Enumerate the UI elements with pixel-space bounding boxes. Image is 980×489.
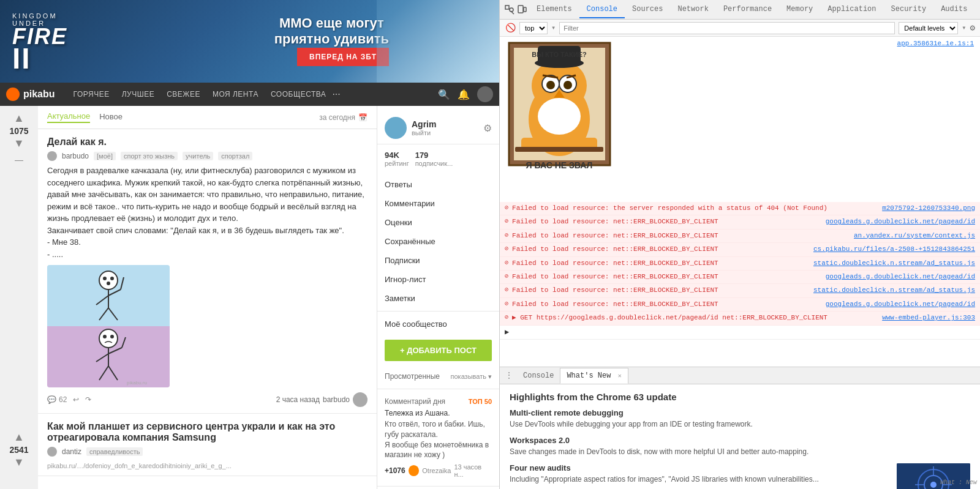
error-link-4[interactable]: static.doubleclick.n.stream/ad_status.js <box>813 259 975 268</box>
settings-icon[interactable]: ⚙ <box>483 122 492 134</box>
post-1-tag-3[interactable]: спортзал <box>218 152 252 160</box>
sidebar-comments[interactable]: Комментарии <box>377 194 499 213</box>
sidebar-my-community[interactable]: Моё сообщество <box>377 315 499 334</box>
error-text-4: Failed to load resource: net::ERR_BLOCKE… <box>512 259 807 268</box>
source-link[interactable]: app.358631e…1e.1s:1 <box>897 40 974 47</box>
error-link-6[interactable]: static.doubleclick.n.stream/ad_status.js <box>813 286 975 295</box>
svg-point-14 <box>110 335 114 338</box>
bottom-dots-icon[interactable]: ⋮ <box>505 370 513 381</box>
bottom-tab-whatsnew[interactable]: What's New ✕ <box>560 368 628 384</box>
post-1-tag-1[interactable]: спорт это жызнь <box>121 152 178 160</box>
tab-audits[interactable]: Audits <box>933 1 974 18</box>
device-icon[interactable] <box>517 2 527 17</box>
sidebar-my-discussions[interactable]: Мои обсуждения <box>377 486 499 489</box>
post-2-author[interactable]: dantiz <box>62 447 81 456</box>
error-text-2: Failed to load resource: net::ERR_BLOCKE… <box>512 231 848 241</box>
search-icon[interactable]: 🔍 <box>438 89 450 100</box>
sidebar-username: Agrim <box>412 119 436 129</box>
filter-input[interactable] <box>559 22 895 34</box>
nav-more[interactable]: ··· <box>332 89 340 100</box>
context-arrow-icon[interactable]: ▾ <box>551 23 556 32</box>
level-arrow-icon[interactable]: ▾ <box>962 23 966 32</box>
error-link-1[interactable]: googleads.g.doubleclick.net/pagead/id <box>826 217 975 226</box>
repost-action-1[interactable]: ↩ <box>73 395 79 404</box>
comment-author[interactable]: Otrezaika <box>422 467 451 474</box>
comment-preview-title[interactable]: Тележка из Ашана. <box>385 409 492 417</box>
error-link-8[interactable]: www-embed-player.js:303 <box>882 313 975 323</box>
error-link-7[interactable]: googleads.g.doubleclick.net/pagead/id <box>826 300 975 309</box>
tab-elements[interactable]: Elements <box>529 1 579 18</box>
tab-memory[interactable]: Memory <box>779 1 820 18</box>
show-viewed-button[interactable]: показывать ▾ <box>451 373 492 381</box>
comment-time: 13 часов н... <box>454 463 492 478</box>
post-1-author-icon <box>47 151 57 161</box>
nav-item-best[interactable]: ЛУЧШЕЕ <box>122 90 155 99</box>
close-whatsnew-icon[interactable]: ✕ <box>618 373 622 379</box>
sidebar-ratings[interactable]: Оценки <box>377 213 499 232</box>
update-title-1: Workspaces 2.0 <box>510 436 970 445</box>
tab-sources[interactable]: Sources <box>625 1 670 18</box>
console-gear-icon[interactable]: ⚙ <box>970 23 975 33</box>
nav-item-communities[interactable]: СООБЩЕСТВА <box>271 90 326 99</box>
comment-action-1[interactable]: 💬 62 <box>47 395 67 404</box>
ad-cta-button[interactable]: ВПЕРЕД НА ЗБТ <box>297 48 389 66</box>
console-input[interactable] <box>509 327 975 335</box>
inspect-icon[interactable] <box>505 2 514 17</box>
nav-item-fresh[interactable]: СВЕЖЕЕ <box>167 90 200 99</box>
error-link-2[interactable]: an.yandex.ru/system/context.js <box>854 231 975 241</box>
post-1-mini-avatar <box>353 392 368 407</box>
level-select[interactable]: Default levels <box>899 22 958 34</box>
top50-badge[interactable]: ТОП 50 <box>469 398 492 405</box>
sidebar-ignorelist[interactable]: Игнор-лист <box>377 270 499 289</box>
svg-text:Я ВАС НЕ ЗВАЛ: Я ВАС НЕ ЗВАЛ <box>526 160 593 170</box>
post-2-tag-0[interactable]: справедливость <box>86 447 143 456</box>
vote-up-2[interactable]: ▲ <box>13 431 24 444</box>
notifications-icon[interactable]: 🔔 <box>458 89 470 100</box>
error-link-3[interactable]: cs.pikabu.ru/files/a-2508-+1512843864251 <box>813 245 975 254</box>
vote-down-1[interactable]: ▼ <box>13 137 24 150</box>
vote-down-2[interactable]: ▼ <box>13 456 24 469</box>
tab-actual[interactable]: Актуальное <box>47 111 90 123</box>
error-line-5: ⊘ Failed to load resource: net::ERR_BLOC… <box>500 271 980 284</box>
update-text-1: Workspaces 2.0 Save changes made in DevT… <box>510 436 970 457</box>
whats-new-title: Highlights from the Chrome 63 update <box>510 392 970 402</box>
context-select[interactable]: top <box>519 22 548 34</box>
sidebar-saved[interactable]: Сохранённые <box>377 232 499 251</box>
feed-date[interactable]: за сегодня 📅 <box>319 113 368 122</box>
post-1-title[interactable]: Делай как я. <box>47 136 368 147</box>
comment-score: +1076 <box>385 466 405 475</box>
vote-sidebar: ▲ 1075 ▼ — ▲ 2541 ▼ <box>0 106 38 489</box>
share-action-1[interactable]: ↷ <box>85 395 91 404</box>
sidebar-answers[interactable]: Ответы <box>377 175 499 194</box>
post-1-author[interactable]: barbudo <box>62 152 89 160</box>
error-link-0[interactable]: m2075792-1260753340.png <box>882 204 975 213</box>
sidebar-logout[interactable]: выйти <box>412 129 436 136</box>
error-link-5[interactable]: googleads.g.doubleclick.net/pagead/id <box>826 272 975 282</box>
tab-application[interactable]: Application <box>820 1 883 18</box>
pikabu-logo[interactable]: pikabu <box>6 88 55 101</box>
sidebar-subscriptions[interactable]: Подписки <box>377 251 499 270</box>
error-text-1: Failed to load resource: net::ERR_BLOCKE… <box>512 217 820 226</box>
tab-security[interactable]: Security <box>884 1 934 18</box>
vote-up-1[interactable]: ▲ <box>13 112 24 125</box>
bookmark-1[interactable]: — <box>15 155 23 165</box>
clear-console-button[interactable]: 🚫 <box>505 23 516 34</box>
tab-console[interactable]: Console <box>579 1 625 18</box>
ad-banner: KINGDOM UNDER FIRE II МMO еще могутприят… <box>0 0 499 83</box>
nav-item-hot[interactable]: ГОРЯЧЕЕ <box>74 90 110 99</box>
tab-new[interactable]: Новое <box>99 112 123 122</box>
svg-point-12 <box>99 329 118 348</box>
error-icon-0: ⊘ <box>505 204 508 212</box>
ad-characters <box>377 0 499 83</box>
user-avatar[interactable] <box>477 86 493 102</box>
feed: Актуальное Новое за сегодня 📅 Делай как … <box>38 106 377 489</box>
tab-network[interactable]: Network <box>670 1 715 18</box>
post-1-tag-0[interactable]: [моё] <box>94 152 116 160</box>
sidebar-notes[interactable]: Заметки <box>377 289 499 308</box>
bottom-tab-console[interactable]: Console <box>517 368 560 383</box>
post-2-title[interactable]: Как мой планшет из сервисного центра укр… <box>47 421 368 443</box>
add-post-button[interactable]: + ДОБАВИТЬ ПОСТ <box>385 340 492 361</box>
nav-item-feed[interactable]: МОЯ ЛЕНТА <box>213 90 258 99</box>
post-1-tag-2[interactable]: учитель <box>183 152 213 160</box>
tab-performance[interactable]: Performance <box>716 1 779 18</box>
